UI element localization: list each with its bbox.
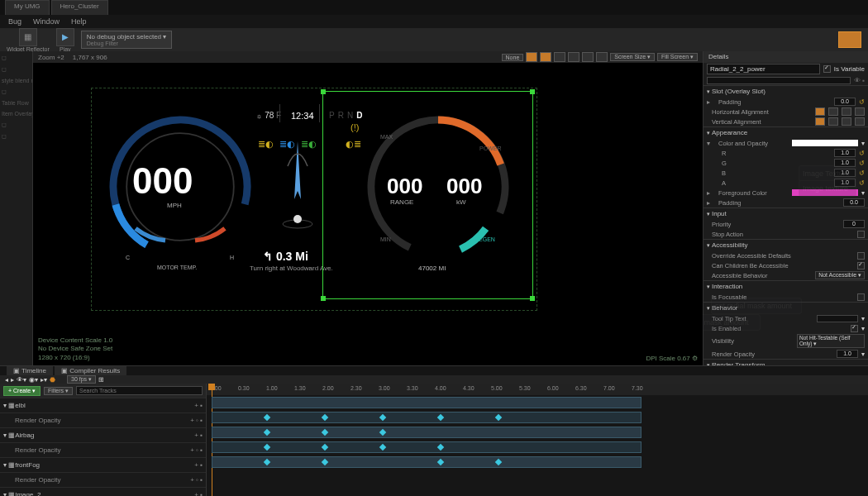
dpi-scale: DPI Scale 0.67 ⚙ <box>646 355 698 362</box>
selection-outline[interactable] <box>322 91 533 299</box>
designer-canvas[interactable]: 000 MPH C H MOTOR TEMP. ☼ 78 F 12:34 PRN… <box>33 63 703 365</box>
temp-readout: ☼ 78 F <box>256 111 281 120</box>
motor-temp-label: MOTOR TEMP. <box>157 265 197 270</box>
nav-distance: ↰ 0.3 Mi <box>263 250 308 263</box>
svg-point-4 <box>293 215 302 223</box>
timeline-tracks[interactable]: 0.000.30 1.001.30 2.002.30 3.003.30 4.00… <box>207 384 868 496</box>
h-label: H <box>230 255 234 260</box>
bg-node: Image texture <box>799 180 856 197</box>
speed-unit: MPH <box>167 202 182 209</box>
speed-value: 000 <box>132 160 193 202</box>
hazard-icon: ≣◐ <box>258 139 274 150</box>
c-label: C <box>126 255 130 260</box>
nav-compass <box>273 133 322 232</box>
timeline-ruler[interactable]: 0.000.30 1.001.30 2.002.30 3.003.30 4.00… <box>207 384 868 395</box>
nav-instruction: Turn right at Woodward Ave. <box>250 265 333 272</box>
viewport-info: Device Content Scale 1.0 No Device Safe … <box>38 336 112 362</box>
bg-node: set radial mask amount <box>711 298 802 314</box>
bg-node: Image Texture <box>799 165 856 182</box>
clock: 12:34 <box>291 111 314 121</box>
